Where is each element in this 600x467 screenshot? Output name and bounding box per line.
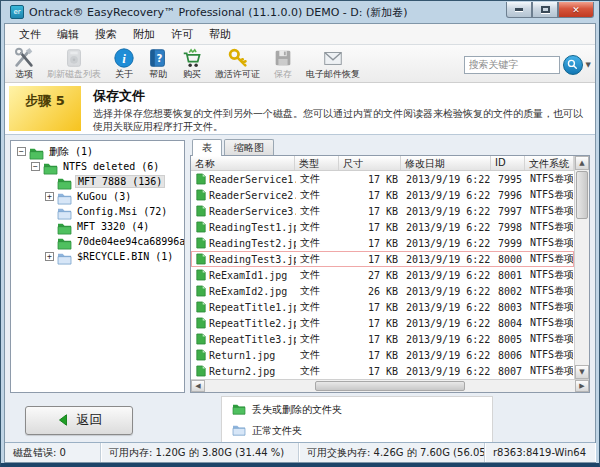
tree-item[interactable]: −删除 (1) <box>13 144 184 159</box>
tab-表[interactable]: 表 <box>192 139 222 156</box>
tree-item[interactable]: 70de04ee94ca68996a (3) <box>13 234 184 249</box>
cell-type: 文件 <box>296 220 340 234</box>
search-button[interactable] <box>563 55 583 75</box>
cell-filesystem: NTFS卷项目 <box>526 364 573 378</box>
help-book-icon: ? <box>147 47 169 69</box>
toolbar-button-disk: 刷新磁盘列表 <box>41 46 107 81</box>
expand-icon[interactable]: + <box>45 192 54 201</box>
table-row[interactable]: Return2.jpg文件17 KB2013/9/19 6:22:268007N… <box>191 363 574 379</box>
toolbar: 选项刷新磁盘列表i关于?帮助购买激活许可证保存电子邮件恢复 ▼ <box>5 45 595 83</box>
minimize-button[interactable] <box>506 2 532 18</box>
cell-filesystem: NTFS卷项目 <box>526 236 573 250</box>
cell-name: ReaderService1.jpg <box>192 173 296 185</box>
scroll-down-icon[interactable]: ▼ <box>575 365 589 379</box>
table-row[interactable]: RepeatTitle1.jpg文件17 KB2013/9/19 6:22:26… <box>191 299 574 315</box>
file-name: RepeatTitle3.jpg <box>209 334 296 345</box>
folder-green-icon <box>232 400 246 419</box>
status-bar: 磁盘错误: 0 可用内存: 1.20G 的 3.80G (31.44 %) 可用… <box>5 442 595 462</box>
table-row[interactable]: RepeatTitle3.jpg文件17 KB2013/9/19 6:22:26… <box>191 331 574 347</box>
tree-item[interactable]: +KuGou (3) <box>13 189 184 204</box>
cell-type: 文件 <box>296 172 340 186</box>
search-input[interactable] <box>464 56 560 74</box>
scroll-left-icon[interactable]: ◀ <box>191 380 205 392</box>
scroll-right-icon[interactable]: ▶ <box>575 380 589 392</box>
table-row[interactable]: ReaderService3.jpg文件17 KB2013/9/19 6:22:… <box>191 203 574 219</box>
search-dropdown-arrow[interactable]: ▼ <box>586 61 591 69</box>
menu-item-搜索[interactable]: 搜索 <box>87 25 125 44</box>
file-icon <box>196 269 206 281</box>
cell-type: 文件 <box>296 284 340 298</box>
tab-缩略图[interactable]: 缩略图 <box>224 139 274 156</box>
vertical-scrollbar[interactable]: ▲ ▼ <box>574 156 589 379</box>
tree-item[interactable]: Config.Msi (72) <box>13 204 184 219</box>
file-name: ReadingTest1.jpg <box>209 222 296 233</box>
menu-item-附加[interactable]: 附加 <box>125 25 163 44</box>
back-arrow-icon <box>56 413 70 427</box>
toolbar-button-email[interactable]: 电子邮件恢复 <box>300 46 366 81</box>
cell-filesystem: NTFS卷项目 <box>526 172 573 186</box>
column-header-4[interactable]: 修改日期 <box>401 156 491 170</box>
toolbar-button-key[interactable]: 激活许可证 <box>209 46 266 81</box>
main-content: −删除 (1)−NTFS deleted (6)MFT 7888 (136)+K… <box>5 135 595 398</box>
column-header-1[interactable]: 名称 <box>191 156 295 170</box>
collapse-icon[interactable]: − <box>17 147 26 156</box>
table-row[interactable]: ReadingTest3.jpg文件17 KB2013/9/19 6:22:26… <box>191 251 574 267</box>
toolbar-button-label: 激活许可证 <box>215 68 260 81</box>
tree-item[interactable]: MFT 3320 (4) <box>13 219 184 234</box>
vertical-scroll-thumb[interactable] <box>576 171 588 219</box>
horizontal-scrollbar[interactable]: ◀ ▶ <box>191 379 589 392</box>
cell-filesystem: NTFS卷项目 <box>526 348 573 362</box>
tree-item[interactable]: +$RECYCLE.BIN (1) <box>13 249 184 264</box>
disk-icon <box>63 47 85 69</box>
cell-date: 2013/9/19 6:22:26 <box>402 222 492 233</box>
table-row[interactable]: ReExamId2.jpg文件26 KB2013/9/19 6:22:26800… <box>191 283 574 299</box>
table-row[interactable]: ReaderService2.jpg文件17 KB2013/9/19 6:22:… <box>191 187 574 203</box>
cell-date: 2013/9/19 6:22:26 <box>402 238 492 249</box>
table-header: 名称类型尺寸修改日期ID文件系统 <box>191 156 574 171</box>
horizontal-scroll-thumb[interactable] <box>315 381 465 391</box>
tree-item[interactable]: −NTFS deleted (6) <box>13 159 184 174</box>
menu-item-编辑[interactable]: 编辑 <box>49 25 87 44</box>
cell-name: ReaderService3.jpg <box>192 205 296 217</box>
expand-icon[interactable]: + <box>45 252 54 261</box>
table-row[interactable]: RepeatTitle2.jpg文件17 KB2013/9/19 6:22:26… <box>191 315 574 331</box>
file-name: RepeatTitle1.jpg <box>209 302 296 313</box>
collapse-icon[interactable]: − <box>31 162 40 171</box>
table-row[interactable]: ReExamId1.jpg文件27 KB2013/9/19 6:22:26800… <box>191 267 574 283</box>
menu-item-文件[interactable]: 文件 <box>11 25 49 44</box>
step-title: 保存文件 <box>93 87 585 105</box>
cell-filesystem: NTFS卷项目 <box>526 316 573 330</box>
tree-item-label: MFT 3320 (4) <box>75 221 151 232</box>
cell-id: 8006 <box>492 350 526 361</box>
maximize-icon <box>541 6 550 13</box>
column-header-2[interactable]: 类型 <box>295 156 339 170</box>
table-row[interactable]: ReadingTest2.jpg文件17 KB2013/9/19 6:22:26… <box>191 235 574 251</box>
menu-item-许可[interactable]: 许可 <box>163 25 201 44</box>
cell-size: 17 KB <box>340 254 402 265</box>
column-header-5[interactable]: ID <box>491 156 525 170</box>
scroll-up-icon[interactable]: ▲ <box>575 156 589 170</box>
toolbar-button-tools[interactable]: 选项 <box>7 46 41 81</box>
column-header-3[interactable]: 尺寸 <box>339 156 401 170</box>
folder-green-icon <box>57 175 72 188</box>
toolbar-button-info[interactable]: i关于 <box>107 46 141 81</box>
back-button[interactable]: 返回 <box>25 406 133 435</box>
toolbar-button-cart[interactable]: 购买 <box>175 46 209 81</box>
cell-date: 2013/9/19 6:22:26 <box>402 286 492 297</box>
table-row[interactable]: ReadingTest1.jpg文件17 KB2013/9/19 6:22:26… <box>191 219 574 235</box>
close-button[interactable]: ✕ <box>558 2 594 18</box>
column-header-6[interactable]: 文件系统 <box>525 156 574 170</box>
tree-item-label: NTFS deleted (6) <box>61 161 161 172</box>
tree-item[interactable]: MFT 7888 (136) <box>13 174 184 189</box>
maximize-button[interactable] <box>532 2 558 18</box>
vertical-scroll-track[interactable] <box>575 220 589 365</box>
horizontal-scroll-track[interactable] <box>205 380 314 392</box>
table-row[interactable]: ReaderService1.jpg文件17 KB2013/9/19 6:22:… <box>191 171 574 187</box>
cell-size: 17 KB <box>340 318 402 329</box>
cell-size: 26 KB <box>340 286 402 297</box>
menu-item-帮助[interactable]: 帮助 <box>201 25 239 44</box>
file-name: Return1.jpg <box>209 350 275 361</box>
table-row[interactable]: Return1.jpg文件17 KB2013/9/19 6:22:268006N… <box>191 347 574 363</box>
toolbar-button-help-book[interactable]: ?帮助 <box>141 46 175 81</box>
horizontal-scroll-track2[interactable] <box>466 380 575 392</box>
